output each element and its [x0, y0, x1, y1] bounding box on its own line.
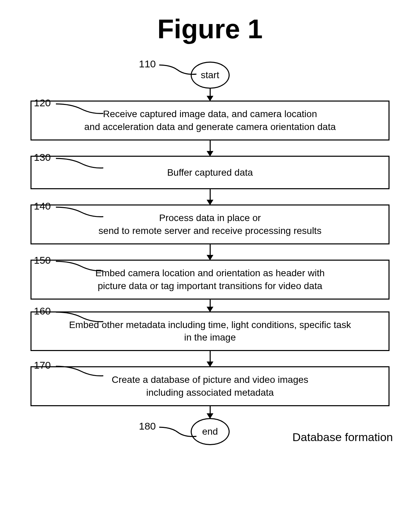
- step-140-text: Process data in place orsend to remote s…: [99, 213, 321, 236]
- pointer-160: [54, 310, 105, 324]
- caption: Database formation: [292, 431, 393, 444]
- pointer-170: [54, 365, 105, 378]
- pointer-120: [54, 102, 105, 116]
- arrow: [210, 140, 211, 156]
- label-120: 120: [34, 97, 51, 109]
- flowchart: 110 start 120 Receive captured image dat…: [30, 58, 390, 445]
- figure-title: Figure 1: [20, 14, 400, 45]
- label-170: 170: [34, 359, 51, 371]
- step-160-text: Embed other metadata including time, lig…: [69, 320, 351, 343]
- label-140: 140: [34, 200, 51, 212]
- label-150: 150: [34, 255, 51, 266]
- pointer-180: [158, 426, 198, 439]
- arrow: [210, 351, 211, 366]
- step-150-text: Embed camera location and orientation as…: [95, 268, 324, 291]
- step-120-text: Receive captured image data, and camera …: [84, 109, 336, 132]
- step-170-text: Create a database of picture and video i…: [112, 374, 309, 398]
- step-130-text: Buffer captured data: [167, 167, 253, 178]
- pointer-110: [158, 63, 198, 77]
- label-180: 180: [139, 420, 156, 432]
- arrow: [210, 244, 211, 260]
- arrow: [210, 189, 211, 204]
- pointer-150: [54, 260, 105, 273]
- label-110: 110: [139, 58, 156, 70]
- pointer-140: [54, 205, 105, 219]
- label-160: 160: [34, 305, 51, 317]
- arrow: [210, 300, 211, 311]
- arrow: [210, 89, 211, 101]
- arrow: [210, 406, 211, 418]
- label-130: 130: [34, 152, 51, 163]
- pointer-130: [54, 157, 105, 170]
